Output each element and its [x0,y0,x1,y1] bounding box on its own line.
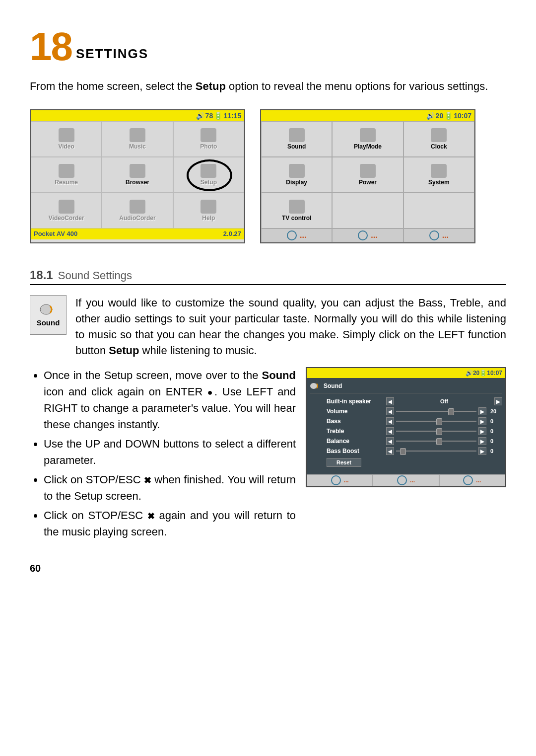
home-item-video[interactable]: Video [31,121,102,157]
left-btn[interactable]: ◀ [386,397,394,405]
sound-paragraph: If you would like to customize the sound… [75,295,506,359]
right-btn[interactable]: ▶ [478,427,486,435]
sound-row-built-in-speaker[interactable]: Built-in speaker◀Off▶ [310,396,502,406]
setup-grid: SoundPlayModeClockDisplayPowerSystemTV c… [261,121,474,228]
slider-track[interactable] [396,451,476,452]
slider-value: 20 [488,408,502,414]
home-item-label: Music [129,143,146,150]
bullet-item: Click on STOP/ESC ✖ again and you will r… [44,507,296,540]
left-btn[interactable]: ◀ [386,407,394,415]
button-icon [463,475,473,485]
home-item-label: Video [58,143,74,150]
footer-btn-3[interactable]: ... [403,228,474,242]
slider-thumb[interactable] [448,408,454,415]
battery-icon: 🔋 [214,112,222,120]
setup-item-display[interactable]: Display [261,157,332,193]
slider-track[interactable] [396,441,476,442]
setup-item-label: PlayMode [354,143,382,150]
sound-row-volume[interactable]: Volume◀▶20 [310,406,502,416]
setup-empty-cell [332,193,403,228]
slider[interactable]: ◀▶0 [386,447,502,455]
footer-btn-1[interactable]: ... [261,228,332,242]
reset-button[interactable]: Reset [327,458,361,467]
slider-value: 0 [488,428,502,434]
slider-thumb[interactable] [400,448,406,455]
footer-btn-3[interactable]: ... [439,474,505,486]
setup-empty-cell [403,193,474,228]
sound-body: SoundBuilt-in speaker◀Off▶Volume◀▶20Bass… [307,378,505,474]
footer-btn-2[interactable]: ... [332,228,403,242]
chapter-header: 18 SETTINGS [30,30,506,64]
setup-icon [201,164,216,178]
tv-control-icon [289,200,305,214]
slider-track[interactable] [396,421,476,422]
slider-value: 0 [488,438,502,444]
sound-panel-title: Sound [324,382,342,389]
sound-row-bass-boost[interactable]: Bass Boost◀▶0 [310,446,502,456]
slider-track[interactable] [396,411,476,412]
setup-item-label: Power [359,179,377,186]
sound-icon-box: Sound [30,295,67,335]
slider[interactable]: ◀▶20 [386,407,502,415]
param-label: Balance [327,438,386,445]
home-footer: Pocket AV 400 2.0.27 [31,228,244,239]
speaker-icon: 🔊 [426,112,435,120]
home-screen: 🔊 78 🔋 11:15 VideoMusicPhotoResumeBrowse… [30,109,245,243]
left-btn[interactable]: ◀ [386,427,394,435]
left-btn[interactable]: ◀ [386,437,394,445]
slider[interactable]: ◀▶0 [386,437,502,445]
param-label: Bass Boost [327,448,386,454]
sound-block: Sound If you would like to customize the… [30,295,506,359]
footer-btn-2[interactable]: ... [373,474,439,486]
sound-row-bass[interactable]: Bass◀▶0 [310,416,502,426]
status-time: 10:07 [454,112,471,120]
right-btn[interactable]: ▶ [478,437,486,445]
setup-item-playmode[interactable]: PlayMode [332,121,403,157]
sound-row-balance[interactable]: Balance◀▶0 [310,436,502,446]
svg-point-1 [310,383,317,389]
sound-row-treble[interactable]: Treble◀▶0 [310,426,502,436]
home-item-photo[interactable]: Photo [173,121,244,157]
resume-icon [59,164,74,178]
slider[interactable]: ◀▶0 [386,417,502,425]
right-btn[interactable]: ▶ [478,447,486,455]
home-item-browser[interactable]: Browser [102,157,173,193]
videocorder-icon [59,200,74,214]
slider-thumb[interactable] [436,428,442,435]
sound-icon [310,382,320,390]
setup-item-sound[interactable]: Sound [261,121,332,157]
slider[interactable]: ◀▶0 [386,427,502,435]
right-btn[interactable]: ▶ [478,417,486,425]
footer-btn-1[interactable]: ... [307,474,373,486]
right-btn[interactable]: ▶ [478,407,486,415]
right-btn[interactable]: ▶ [494,397,502,405]
battery-icon: 🔋 [444,112,453,120]
setup-item-tv-control[interactable]: TV control [261,193,332,228]
left-btn[interactable]: ◀ [386,417,394,425]
home-item-audiocorder[interactable]: AudioCorder [102,193,173,228]
home-item-videocorder[interactable]: VideoCorder [31,193,102,228]
setup-item-clock[interactable]: Clock [403,121,474,157]
slider-track[interactable] [396,431,476,432]
browser-icon [130,164,145,178]
section-header: 18.1 Sound Settings [30,268,506,285]
home-item-resume[interactable]: Resume [31,157,102,193]
setup-item-power[interactable]: Power [332,157,403,193]
setup-item-system[interactable]: System [403,157,474,193]
home-item-setup[interactable]: Setup [173,157,244,193]
status-time: 11:15 [223,112,241,120]
button-icon [331,475,341,485]
sound-status-bar: 🔊 20 🔋 10:07 [307,368,505,378]
sound-icon [39,302,57,316]
setup-item-label: Display [286,179,307,186]
home-item-label: AudioCorder [119,215,155,222]
home-item-music[interactable]: Music [102,121,173,157]
battery-level: 20 [473,370,479,377]
device-name: Pocket AV 400 [34,230,77,237]
slider-thumb[interactable] [436,418,442,425]
left-btn[interactable]: ◀ [386,447,394,455]
battery-level: 20 [436,112,444,120]
chapter-title: SETTINGS [76,46,148,62]
home-item-help[interactable]: Help [173,193,244,228]
slider-thumb[interactable] [436,438,442,445]
